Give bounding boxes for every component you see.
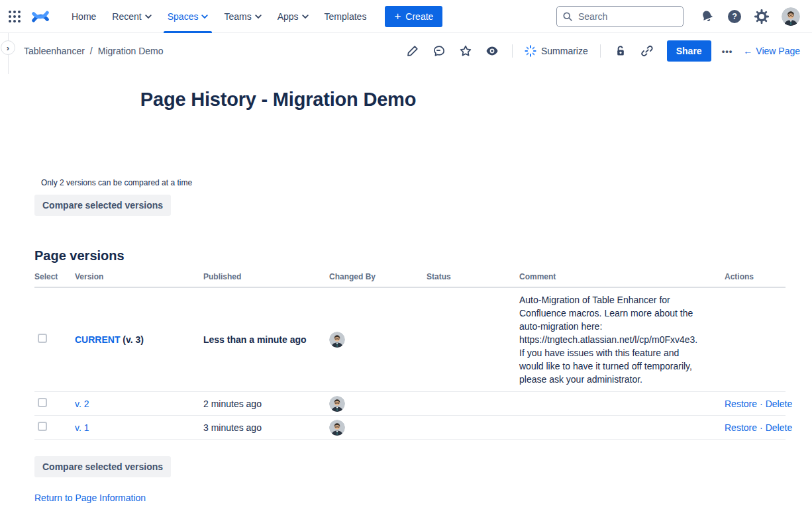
compare-note: Only 2 versions can be compared at a tim…: [41, 178, 786, 187]
nav-item-label: Teams: [224, 11, 251, 22]
page-title: Page History - Migration Demo: [34, 89, 522, 111]
return-to-page-information-link[interactable]: Return to Page Information: [34, 493, 146, 503]
toolbar-divider: [600, 44, 601, 58]
col-header-version: Version: [75, 272, 203, 281]
restrictions-unlock-icon[interactable]: [610, 40, 631, 62]
table-row-current: CURRENT (v. 3) Less than a minute ago Au…: [34, 288, 786, 392]
plus-icon: +: [394, 11, 401, 22]
chevron-down-icon: [145, 15, 152, 19]
nav-item-teams[interactable]: Teams: [216, 0, 269, 33]
comment-line: If you have issues with this feature and: [519, 346, 725, 359]
comment-icon[interactable]: [429, 40, 450, 62]
edit-pencil-icon[interactable]: [402, 40, 423, 62]
comment-line: Auto-Migration of Table Enhancer for: [519, 293, 725, 307]
search-icon: [562, 11, 573, 22]
delete-link[interactable]: Delete: [766, 422, 792, 433]
table-row-v2: v. 2 2 minutes ago Restore·Delete: [34, 392, 786, 416]
copy-link-icon[interactable]: [636, 40, 658, 62]
version-link-current[interactable]: CURRENT: [75, 334, 120, 345]
sidebar-expand-button[interactable]: ›: [1, 40, 15, 55]
restore-link[interactable]: Restore: [725, 399, 757, 409]
actions-cell: Restore·Delete: [725, 422, 792, 433]
action-separator: ·: [760, 399, 763, 409]
back-arrow-icon: ←: [743, 46, 752, 56]
confluence-logo-icon[interactable]: [32, 8, 49, 25]
version-link[interactable]: v. 2: [75, 399, 89, 409]
nav-item-apps[interactable]: Apps: [270, 0, 317, 33]
nav-item-recent[interactable]: Recent: [104, 0, 159, 33]
top-navigation: Home Recent Spaces Teams: [0, 0, 812, 33]
breadcrumb-separator: /: [90, 46, 93, 56]
chevron-down-icon: [201, 15, 208, 19]
toolbar-divider: [512, 44, 513, 58]
delete-link[interactable]: Delete: [766, 399, 792, 409]
help-icon[interactable]: ?: [727, 9, 742, 24]
row-checkbox[interactable]: [38, 334, 47, 343]
comment-line: auto-migration here:: [519, 320, 725, 333]
version-suffix: (v. 3): [123, 334, 144, 345]
col-header-select: Select: [34, 272, 75, 281]
more-actions-button[interactable]: •••: [717, 46, 738, 56]
changed-by-avatar: [329, 396, 345, 412]
star-icon[interactable]: [455, 40, 476, 62]
page-content: Page History - Migration Demo Only 2 ver…: [0, 89, 812, 504]
changed-by-avatar: [329, 332, 345, 348]
published-cell: Less than a minute ago: [203, 334, 329, 345]
breadcrumb-page-link[interactable]: Migration Demo: [98, 46, 164, 56]
table-row-v1: v. 1 3 minutes ago Restore·Delete: [34, 416, 786, 440]
version-link[interactable]: v. 1: [75, 422, 89, 433]
notifications-bell-icon[interactable]: [700, 9, 715, 24]
create-button[interactable]: + Create: [385, 6, 442, 27]
col-header-comment: Comment: [519, 272, 725, 281]
page-versions-heading: Page versions: [34, 248, 786, 263]
settings-gear-icon[interactable]: [754, 9, 769, 24]
nav-item-label: Apps: [278, 11, 299, 22]
action-separator: ·: [760, 422, 763, 433]
comment-line: would like to have it turned off tempora…: [519, 359, 725, 373]
share-button[interactable]: Share: [667, 40, 711, 62]
primary-nav: Home Recent Spaces Teams: [64, 0, 374, 33]
comment-line: please ask your administrator.: [519, 373, 725, 386]
comment-cell: Auto-Migration of Table Enhancer for Con…: [519, 293, 725, 386]
col-header-changed-by: Changed By: [329, 272, 427, 281]
published-cell: 3 minutes ago: [203, 422, 329, 433]
published-cell: 2 minutes ago: [203, 399, 329, 409]
changed-by-avatar: [329, 420, 345, 436]
actions-cell: Restore·Delete: [725, 399, 792, 409]
summarize-button[interactable]: Summarize: [522, 45, 591, 57]
chevron-down-icon: [302, 15, 309, 19]
view-page-link[interactable]: ← View Page: [743, 46, 800, 56]
comment-line: Confluence macros. Learn more about the: [519, 307, 725, 320]
comment-line: https://tngtech.atlassian.net/l/cp/m0Fxv…: [519, 333, 725, 346]
row-checkbox[interactable]: [38, 398, 47, 407]
table-header-row: Select Version Published Changed By Stat…: [34, 272, 786, 288]
col-header-status: Status: [427, 272, 519, 281]
summarize-label: Summarize: [541, 46, 588, 56]
breadcrumb: Tableenhancer / Migration Demo: [24, 46, 164, 56]
view-page-label: View Page: [756, 46, 800, 56]
create-button-label: Create: [405, 11, 433, 22]
watch-eye-icon[interactable]: [482, 40, 503, 62]
nav-item-label: Recent: [112, 11, 141, 22]
col-header-actions: Actions: [725, 272, 754, 281]
nav-item-home[interactable]: Home: [64, 0, 104, 33]
nav-item-label: Home: [72, 11, 96, 22]
question-glyph: ?: [732, 12, 737, 21]
nav-item-templates[interactable]: Templates: [317, 0, 375, 33]
page-toolbar: › Tableenhancer / Migration Demo: [0, 33, 812, 69]
breadcrumb-space-link[interactable]: Tableenhancer: [24, 46, 85, 56]
ai-sparkle-icon: [525, 45, 536, 57]
app-switcher-icon[interactable]: [7, 9, 23, 24]
nav-item-spaces[interactable]: Spaces: [160, 0, 217, 33]
versions-table: Select Version Published Changed By Stat…: [34, 272, 786, 440]
search-input[interactable]: [556, 6, 684, 27]
nav-item-label: Templates: [325, 11, 367, 22]
compare-selected-versions-button-bottom[interactable]: Compare selected versions: [34, 456, 171, 477]
chevron-down-icon: [255, 15, 262, 19]
user-avatar[interactable]: [782, 7, 800, 26]
compare-selected-versions-button-top[interactable]: Compare selected versions: [34, 195, 171, 216]
chevron-right-icon: ›: [7, 43, 9, 53]
col-header-published: Published: [203, 272, 329, 281]
restore-link[interactable]: Restore: [725, 422, 757, 433]
row-checkbox[interactable]: [38, 422, 47, 431]
